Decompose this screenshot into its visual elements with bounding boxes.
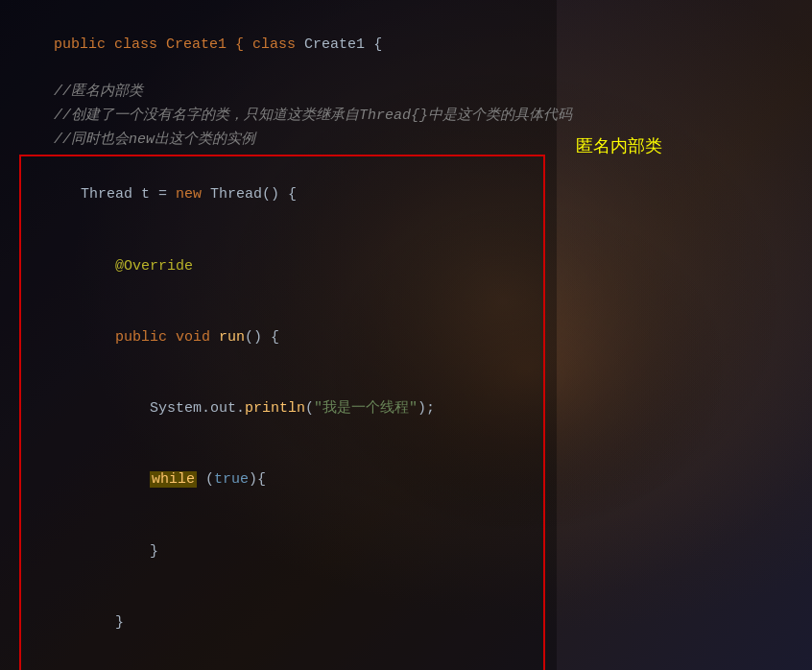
println-line: System.out.println("我是一个线程");: [29, 373, 536, 444]
code-container: public class Create1 { class Create1 { /…: [0, 0, 812, 670]
comment-2: //创建了一个没有名字的类，只知道这类继承自Thread{}中是这个类的具体代码: [19, 105, 793, 129]
anon-class-box: Thread t = new Thread() { @Override publ…: [19, 155, 545, 671]
keyword-public: public class Create1 {: [54, 36, 244, 53]
while-line-1: while (true){: [29, 445, 536, 516]
keyword-class: class: [252, 36, 296, 53]
blank-in-box: [29, 658, 536, 670]
while-close-1: }: [29, 516, 536, 587]
line-class-decl: public class Create1 { class Create1 {: [19, 10, 793, 81]
class-name: Create1: [304, 36, 365, 53]
comment-1: //匿名内部类: [19, 81, 793, 105]
annotation-label: 匿名内部类: [576, 132, 662, 160]
run-method-line: public void run() {: [29, 302, 536, 373]
run-close: }: [29, 587, 536, 658]
thread-decl-line: Thread t = new Thread() {: [29, 160, 536, 231]
comment-3: //同时也会new出这个类的实例: [19, 129, 793, 153]
override-line: @Override: [29, 231, 536, 302]
